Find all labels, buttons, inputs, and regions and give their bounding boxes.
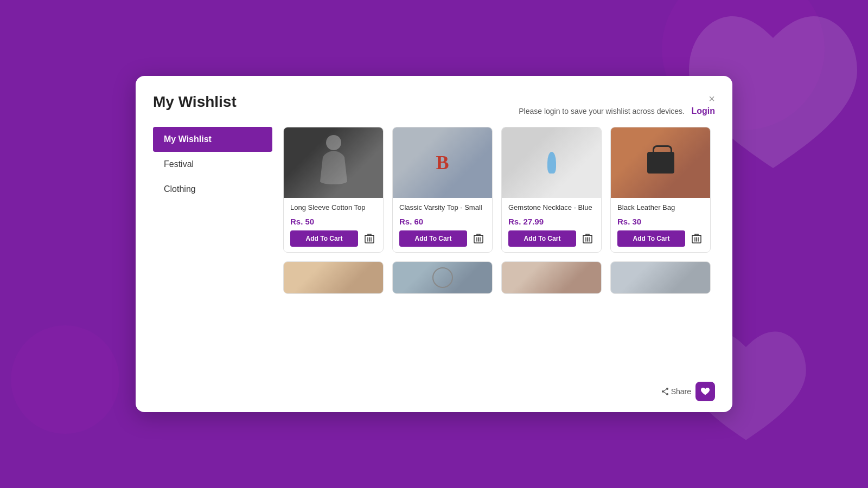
add-to-cart-button-1[interactable]: Add To Cart — [290, 230, 358, 247]
sidebar: My Wishlist Festival Clothing — [153, 127, 272, 375]
varsity-letter-icon: B — [436, 151, 449, 174]
delete-button-4[interactable] — [690, 231, 704, 246]
product-price-4: Rs. 30 — [617, 217, 704, 226]
close-button[interactable]: × — [709, 93, 715, 104]
share-button[interactable]: Share — [661, 387, 691, 396]
sidebar-item-festival[interactable]: Festival — [153, 152, 272, 177]
header-right: × Please login to save your wishlist acr… — [519, 93, 715, 116]
trash-icon-2 — [474, 233, 483, 244]
product-image-1 — [284, 127, 383, 198]
product-name-4: Black Leather Bag — [617, 203, 704, 213]
wishlist-modal: My Wishlist × Please login to save your … — [136, 76, 732, 412]
share-label: Share — [671, 387, 691, 396]
products-scroll[interactable]: Long Sleeve Cotton Top Rs. 50 Add To Car… — [283, 127, 715, 375]
products-row-1: Long Sleeve Cotton Top Rs. 50 Add To Car… — [283, 127, 713, 253]
product-image-8 — [611, 262, 710, 293]
product-card-3: Gemstone Necklace - Blue Rs. 27.99 Add T… — [501, 127, 602, 253]
product-card-1: Long Sleeve Cotton Top Rs. 50 Add To Car… — [283, 127, 384, 253]
products-row-2 — [283, 261, 713, 294]
login-notice-area: Please login to save your wishlist acros… — [519, 106, 715, 116]
modal-header: My Wishlist × Please login to save your … — [153, 93, 715, 116]
delete-button-1[interactable] — [362, 231, 376, 246]
product-card-4: Black Leather Bag Rs. 30 Add To Cart — [610, 127, 711, 253]
partial-icon-2 — [432, 267, 454, 288]
delete-button-3[interactable] — [580, 231, 595, 246]
svg-line-22 — [663, 392, 666, 394]
add-to-cart-button-2[interactable]: Add To Cart — [399, 230, 467, 247]
product-image-6 — [393, 262, 492, 293]
login-notice-text: Please login to save your wishlist acros… — [519, 107, 685, 115]
product-actions-2: Add To Cart — [399, 230, 486, 247]
product-name-3: Gemstone Necklace - Blue — [508, 203, 595, 213]
sidebar-item-clothing[interactable]: Clothing — [153, 177, 272, 202]
modal-title: My Wishlist — [153, 93, 237, 111]
bg-decoration-2 — [11, 325, 119, 434]
product-image-3 — [502, 127, 601, 198]
product-name-2: Classic Varsity Top - Small — [399, 203, 486, 213]
heart-icon — [700, 387, 710, 396]
share-icon — [661, 388, 669, 395]
product-actions-4: Add To Cart — [617, 230, 704, 247]
product-image-2: B — [393, 127, 492, 198]
product-actions-3: Add To Cart — [508, 230, 595, 247]
product-info-1: Long Sleeve Cotton Top Rs. 50 Add To Car… — [284, 198, 383, 252]
product-price-3: Rs. 27.99 — [508, 217, 595, 226]
product-card-7 — [501, 261, 602, 294]
trash-icon-1 — [365, 233, 374, 244]
person-silhouette-icon — [317, 133, 350, 192]
bag-icon — [647, 152, 674, 174]
svg-point-17 — [433, 268, 452, 287]
necklace-icon — [547, 152, 556, 174]
svg-point-0 — [326, 135, 341, 150]
modal-body: My Wishlist Festival Clothing — [153, 127, 715, 375]
sidebar-item-my-wishlist[interactable]: My Wishlist — [153, 127, 272, 152]
heart-fab-button[interactable] — [695, 382, 715, 401]
product-card-6 — [392, 261, 493, 294]
delete-button-2[interactable] — [471, 231, 486, 246]
products-wrapper: Long Sleeve Cotton Top Rs. 50 Add To Car… — [283, 127, 715, 375]
svg-point-20 — [666, 393, 668, 395]
trash-icon-3 — [583, 233, 592, 244]
product-name-1: Long Sleeve Cotton Top — [290, 203, 376, 213]
product-price-2: Rs. 60 — [399, 217, 486, 226]
product-image-5 — [284, 262, 383, 293]
login-link[interactable]: Login — [691, 106, 715, 115]
svg-point-18 — [666, 388, 668, 390]
svg-line-21 — [663, 389, 666, 391]
product-info-3: Gemstone Necklace - Blue Rs. 27.99 Add T… — [502, 198, 601, 252]
add-to-cart-button-4[interactable]: Add To Cart — [617, 230, 685, 247]
product-image-4 — [611, 127, 710, 198]
product-info-2: Classic Varsity Top - Small Rs. 60 Add T… — [393, 198, 492, 252]
product-info-4: Black Leather Bag Rs. 30 Add To Cart — [611, 198, 710, 252]
add-to-cart-button-3[interactable]: Add To Cart — [508, 230, 576, 247]
product-price-1: Rs. 50 — [290, 217, 376, 226]
svg-point-19 — [662, 390, 664, 393]
trash-icon-4 — [692, 233, 701, 244]
product-actions-1: Add To Cart — [290, 230, 376, 247]
product-image-7 — [502, 262, 601, 293]
modal-footer: Share — [153, 375, 715, 401]
product-card-2: B Classic Varsity Top - Small Rs. 60 Add… — [392, 127, 493, 253]
product-card-5 — [283, 261, 384, 294]
product-card-8 — [610, 261, 711, 294]
